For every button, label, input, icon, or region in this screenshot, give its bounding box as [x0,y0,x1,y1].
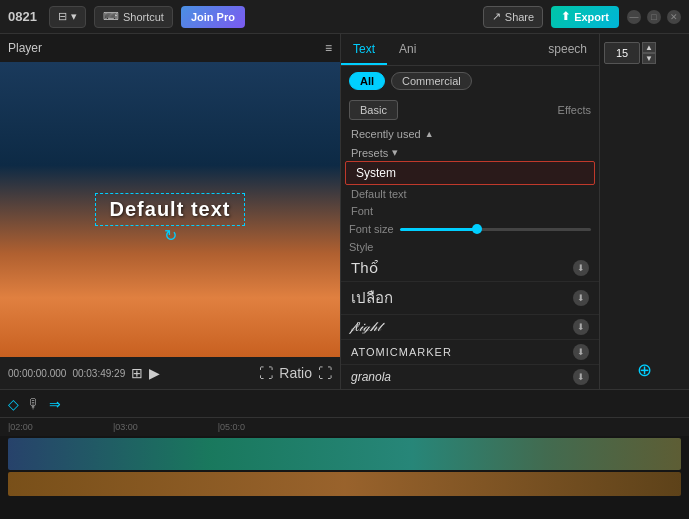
font-size-stepper: ▲ ▼ [642,42,656,64]
timeline-ruler: |02:00 |03:00 |05:0:0 [0,418,689,436]
font-size-input[interactable] [604,42,640,64]
fontsize-thumb[interactable] [472,224,482,234]
basic-button[interactable]: Basic [349,100,398,120]
total-time: 00:03:49:29 [72,368,125,379]
increment-button[interactable]: ▲ [642,42,656,53]
ruler-mark-1: |02:00 [8,422,33,432]
download-icon[interactable]: ⬇ [573,319,589,335]
recently-used-header[interactable]: Recently used ▲ [341,124,599,144]
font-label-row: Font [341,203,599,219]
system-item[interactable]: System [345,161,595,185]
audio-track[interactable] [8,472,681,496]
ruler-mark-2: |03:00 [113,422,138,432]
screen-mode-button[interactable]: ⊟ ▾ [49,6,86,28]
font-list-item[interactable]: 𝒻ℓ𝒾ℊ𝒽𝓉 ⬇ [341,315,599,340]
font-list-container: Thổ ⬇ เปลือก ⬇ 𝒻ℓ𝒾ℊ𝒽𝓉 ⬇ ATOMICMARKER ⬇ g… [341,255,599,389]
text-element[interactable]: Default text ↻ [95,193,246,226]
player-title: Player [8,41,42,55]
download-icon[interactable]: ⬇ [573,344,589,360]
rotate-handle[interactable]: ↻ [164,226,177,245]
maximize-button[interactable]: □ [647,10,661,24]
join-pro-button[interactable]: Join Pro [181,6,245,28]
share-button[interactable]: ↗ Share [483,6,543,28]
filter-all[interactable]: All [349,72,385,90]
font-list-item[interactable]: granola ⬇ [341,365,599,389]
player-header: Player ≡ [0,34,340,62]
download-icon[interactable]: ⬇ [573,260,589,276]
top-bar: 0821 ⊟ ▾ ⌨ Shortcut Join Pro ↗ Share ⬆ E… [0,0,689,34]
fullscreen-button[interactable]: ⛶ [318,365,332,381]
presets-header[interactable]: Presets ▾ [341,144,599,161]
fontsize-label: Font size [349,223,394,235]
main-area: Player ≡ Default text ↻ 00:00:00.000 00:… [0,34,689,389]
player-menu-icon[interactable]: ≡ [325,41,332,55]
tab-text[interactable]: Text [341,35,387,65]
download-icon[interactable]: ⬇ [573,290,589,306]
link-icon[interactable]: ⇒ [49,396,61,412]
ratio-label: Ratio [279,365,312,381]
chevron-up-icon: ▲ [425,129,434,139]
chapters-button[interactable]: ⊞ [131,365,143,381]
fontsize-slider[interactable] [400,228,591,231]
minimize-button[interactable]: — [627,10,641,24]
timeline-tracks [0,436,689,519]
effects-label: Effects [558,104,591,116]
crop-icon: ⛶ [259,365,273,381]
export-icon: ⬆ [561,10,570,23]
default-text[interactable]: Default text [110,198,231,220]
right-panel-inner: All Commercial Basic Effects Recently us… [341,66,599,389]
font-list-item[interactable]: Thổ ⬇ [341,255,599,282]
timeline-toolbar: ◇ 🎙 ⇒ [0,390,689,418]
filter-row: All Commercial [341,66,599,96]
download-icon[interactable]: ⬇ [573,369,589,385]
player-section: Player ≡ Default text ↻ 00:00:00.000 00:… [0,34,340,389]
font-list-panel: Default text Font Font size Style [341,185,599,389]
fullscreen-icon: ⛶ [318,365,332,381]
right-panel: Text Ani speech All Commercial [340,34,599,389]
chevron-down-icon: ▾ [392,146,398,159]
default-text-row: Default text [341,185,599,203]
player-controls: 00:00:00.000 00:03:49:29 ⊞ ▶ ⛶ Ratio ⛶ [0,357,340,389]
shortcut-icon: ⌨ [103,10,119,23]
timeline: ◇ 🎙 ⇒ |02:00 |03:00 |05:0:0 [0,389,689,519]
font-list-item[interactable]: ATOMICMARKER ⬇ [341,340,599,365]
panel-tabs: Text Ani speech [341,34,599,66]
basic-row: Basic Effects [341,96,599,124]
close-button[interactable]: ✕ [667,10,681,24]
ratio-button[interactable]: Ratio [279,365,312,381]
system-label: System [356,166,396,180]
fontsize-section: ▲ ▼ [604,42,685,64]
crop-button[interactable]: ⛶ [259,365,273,381]
style-row: Style [341,239,599,255]
diamond-icon[interactable]: ◇ [8,396,19,412]
filter-commercial[interactable]: Commercial [391,72,472,90]
video-track[interactable] [8,438,681,470]
chevron-down-icon: ▾ [71,10,77,23]
project-title: 0821 [8,9,37,24]
tab-speech[interactable]: speech [536,35,599,65]
play-icon: ▶ [149,365,160,381]
window-controls: — □ ✕ [627,10,681,24]
fontsize-row: Font size [341,219,599,239]
share-icon: ↗ [492,10,501,23]
shortcut-button[interactable]: ⌨ Shortcut [94,6,173,28]
ruler-mark-3: |05:0:0 [218,422,245,432]
add-circle-icon[interactable]: ⊕ [637,359,652,381]
font-list-item[interactable]: เปลือก ⬇ [341,282,599,315]
chapters-icon: ⊞ [131,365,143,381]
decrement-button[interactable]: ▼ [642,53,656,64]
current-time: 00:00:00.000 [8,368,66,379]
screen-icon: ⊟ [58,10,67,23]
tab-ani[interactable]: Ani [387,35,428,65]
font-size-control: ▲ ▼ [604,42,685,64]
right-sidebar: ▲ ▼ ⊕ [599,34,689,389]
player-canvas: Default text ↻ [0,62,340,357]
export-button[interactable]: ⬆ Export [551,6,619,28]
play-button[interactable]: ▶ [149,365,160,381]
mic-icon[interactable]: 🎙 [27,396,41,412]
